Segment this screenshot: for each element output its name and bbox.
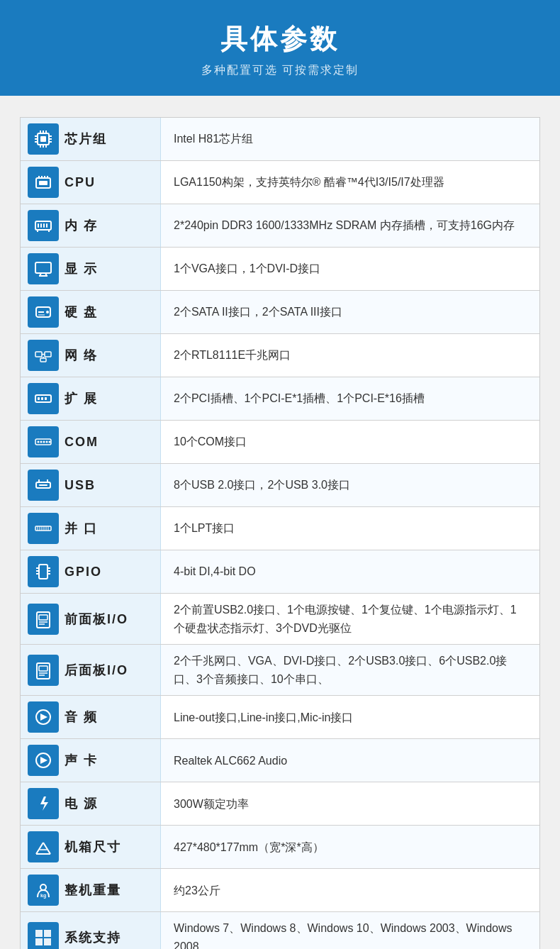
label-text-weight: 整机重量 xyxy=(65,882,121,899)
label-text-com: COM xyxy=(65,435,99,450)
icon-memory xyxy=(28,210,59,241)
icon-harddisk xyxy=(28,296,59,328)
table-row-rear-panel: 后面板I/O 2个千兆网口、VGA、DVI-D接口、2个USB3.0接口、6个U… xyxy=(21,645,539,696)
page-title: 具体参数 xyxy=(14,21,546,57)
value-cell-com: 10个COM接口 xyxy=(161,421,539,463)
page-subtitle: 多种配置可选 可按需求定制 xyxy=(14,63,546,78)
label-cell-power: 电 源 xyxy=(21,782,161,825)
value-cell-expand: 2个PCI插槽、1个PCI-E*1插槽、1个PCI-E*16插槽 xyxy=(161,377,539,420)
label-cell-front-panel: 前面板I/O xyxy=(21,594,161,644)
icon-cpu xyxy=(28,167,59,198)
svg-rect-1 xyxy=(40,136,46,142)
label-text-rear-panel: 后面板I/O xyxy=(65,662,128,679)
table-row-memory: 内 存 2*240pin DDR3 1600/1333MHz SDRAM 内存插… xyxy=(21,204,539,248)
label-cell-harddisk: 硬 盘 xyxy=(21,291,161,333)
icon-chipset xyxy=(28,123,59,155)
value-cell-gpio: 4-bit DI,4-bit DO xyxy=(161,550,539,593)
svg-rect-51 xyxy=(39,484,47,486)
label-cell-os: 系统支持 xyxy=(21,912,161,949)
icon-gpio xyxy=(28,556,59,587)
value-cell-harddisk: 2个SATA II接口，2个SATA III接口 xyxy=(161,291,539,333)
label-text-memory: 内 存 xyxy=(65,217,98,234)
table-row-parallel: 并 口 1个LPT接口 xyxy=(21,507,539,550)
icon-rear-panel xyxy=(28,655,59,686)
value-cell-chipset: Intel H81芯片组 xyxy=(161,118,539,160)
svg-rect-27 xyxy=(35,262,51,273)
label-cell-rear-panel: 后面板I/O xyxy=(21,645,161,695)
svg-rect-42 xyxy=(41,397,43,400)
icon-weight: kg xyxy=(28,875,59,906)
table-row-os: 系统支持 Windows 7、Windows 8、Windows 10、Wind… xyxy=(21,912,539,949)
table-row-front-panel: 前面板I/O 2个前置USB2.0接口、1个电源按键、1个复位键、1个电源指示灯… xyxy=(21,594,539,645)
table-row-audio-port: 音 频 Line-out接口,Line-in接口,Mic-in接口 xyxy=(21,696,539,739)
svg-point-45 xyxy=(38,441,40,443)
icon-parallel xyxy=(28,513,59,544)
svg-rect-87 xyxy=(44,930,51,937)
svg-text:kg: kg xyxy=(40,893,46,899)
label-cell-network: 网 络 xyxy=(21,334,161,377)
value-cell-usb: 8个USB 2.0接口，2个USB 3.0接口 xyxy=(161,464,539,506)
label-cell-memory: 内 存 xyxy=(21,204,161,247)
svg-rect-24 xyxy=(46,223,47,228)
label-text-chipset: 芯片组 xyxy=(65,131,107,148)
icon-display xyxy=(28,253,59,284)
table-row-display: 显 示 1个VGA接口，1个DVI-D接口 xyxy=(21,248,539,291)
table-row-gpio: GPIO 4-bit DI,4-bit DO xyxy=(21,550,539,594)
table-row-chassis: 机箱尺寸 427*480*177mm（宽*深*高） xyxy=(21,826,539,869)
label-text-front-panel: 前面板I/O xyxy=(65,611,128,628)
value-cell-display: 1个VGA接口，1个DVI-D接口 xyxy=(161,248,539,290)
icon-expand xyxy=(28,383,59,414)
label-text-network: 网 络 xyxy=(65,347,98,364)
label-cell-usb: USB xyxy=(21,464,161,506)
icon-sound-card xyxy=(28,745,59,776)
svg-rect-73 xyxy=(39,666,47,671)
label-text-os: 系统支持 xyxy=(65,929,121,946)
value-cell-power: 300W额定功率 xyxy=(161,782,539,825)
svg-rect-36 xyxy=(45,352,51,357)
svg-marker-77 xyxy=(40,714,47,721)
svg-rect-21 xyxy=(38,223,39,228)
label-text-display: 显 示 xyxy=(65,260,98,277)
svg-point-49 xyxy=(49,441,51,443)
svg-point-48 xyxy=(46,441,48,443)
label-cell-expand: 扩 展 xyxy=(21,377,161,420)
specs-table: 芯片组 Intel H81芯片组 CPU LGA1150构架，支持英特尔® 酷睿… xyxy=(20,117,540,949)
svg-rect-35 xyxy=(35,352,42,357)
label-cell-gpio: GPIO xyxy=(21,550,161,593)
table-row-power: 电 源 300W额定功率 xyxy=(21,782,539,826)
label-cell-parallel: 并 口 xyxy=(21,507,161,550)
svg-rect-22 xyxy=(40,223,42,228)
label-cell-com: COM xyxy=(21,421,161,463)
table-row-sound-card: 声 卡 Realtek ALC662 Audio xyxy=(21,739,539,782)
table-row-usb: USB 8个USB 2.0接口，2个USB 3.0接口 xyxy=(21,464,539,507)
label-text-audio-port: 音 频 xyxy=(65,709,98,726)
svg-rect-38 xyxy=(40,358,46,362)
label-cell-sound-card: 声 卡 xyxy=(21,739,161,782)
svg-line-80 xyxy=(36,843,43,854)
icon-com xyxy=(28,426,59,457)
label-cell-weight: kg 整机重量 xyxy=(21,869,161,911)
label-text-sound-card: 声 卡 xyxy=(65,752,98,769)
value-cell-audio-port: Line-out接口,Line-in接口,Mic-in接口 xyxy=(161,696,539,738)
table-row-weight: kg 整机重量 约23公斤 xyxy=(21,869,539,912)
value-cell-front-panel: 2个前置USB2.0接口、1个电源按键、1个复位键、1个电源指示灯、1个硬盘状态… xyxy=(161,594,539,644)
label-cell-chipset: 芯片组 xyxy=(21,118,161,160)
label-text-parallel: 并 口 xyxy=(65,520,98,537)
label-text-gpio: GPIO xyxy=(65,565,102,579)
icon-chassis xyxy=(28,831,59,862)
svg-rect-15 xyxy=(39,181,47,185)
svg-point-46 xyxy=(40,441,43,443)
svg-rect-89 xyxy=(44,938,51,945)
svg-point-84 xyxy=(40,884,46,890)
value-cell-weight: 约23公斤 xyxy=(161,869,539,911)
value-cell-sound-card: Realtek ALC662 Audio xyxy=(161,739,539,782)
table-row-com: COM 10个COM接口 xyxy=(21,421,539,464)
svg-rect-86 xyxy=(35,930,43,937)
label-text-harddisk: 硬 盘 xyxy=(65,304,98,321)
label-text-chassis: 机箱尺寸 xyxy=(65,838,121,855)
table-row-chipset: 芯片组 Intel H81芯片组 xyxy=(21,118,539,161)
label-text-usb: USB xyxy=(65,478,96,493)
value-cell-rear-panel: 2个千兆网口、VGA、DVI-D接口、2个USB3.0接口、6个USB2.0接口… xyxy=(161,645,539,695)
icon-usb xyxy=(28,470,59,501)
icon-network xyxy=(28,340,59,371)
